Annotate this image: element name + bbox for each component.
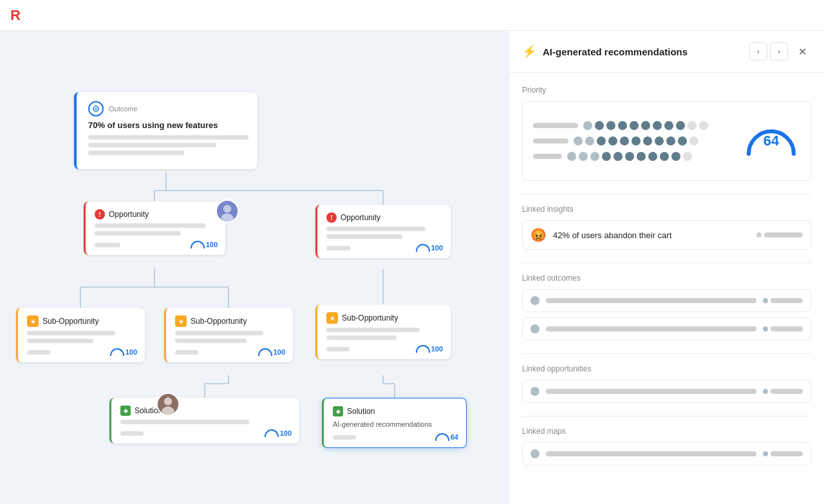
svg-point-22 <box>221 214 234 223</box>
svg-point-19 <box>95 108 97 110</box>
dots-row-1 <box>583 121 708 130</box>
linked-outcome-circle-2 <box>530 324 539 333</box>
star-icon-1: ★ <box>27 315 39 327</box>
priority-row-1 <box>533 121 735 130</box>
insight-emoji-icon: 😡 <box>530 227 547 243</box>
linked-outcome-circle-1 <box>530 296 539 305</box>
linked-opportunity-bar-1 <box>546 389 756 394</box>
priority-bar-label-2 <box>533 138 568 144</box>
sol-icon-right: ◆ <box>333 406 343 416</box>
linked-outcome-1[interactable] <box>522 289 811 312</box>
sub-opp-2-label: Sub-Opportunity <box>191 317 247 326</box>
sol-icon-left: ◆ <box>120 406 131 416</box>
outcome-title: 70% of users using new features <box>88 120 248 130</box>
opp-left-score: 100 <box>191 241 218 248</box>
priority-bar-label-3 <box>533 154 562 159</box>
linked-opportunities-label: Linked opportunities <box>522 364 811 373</box>
opportunity-node-right[interactable]: ! Opportunity 100 <box>315 205 451 258</box>
linked-outcome-bar-1 <box>546 298 756 303</box>
sub-opportunity-node-2[interactable]: ★ Sub-Opportunity 100 <box>164 308 293 362</box>
dots-row-3 <box>567 152 692 161</box>
priority-bar-label-1 <box>533 123 578 128</box>
linked-map-tag-1 <box>763 451 803 456</box>
avatar-male <box>156 393 180 416</box>
linked-opportunity-tag-1 <box>763 389 803 394</box>
solution-node-right[interactable]: ◆ Solution AI-generated recommendations … <box>322 398 467 448</box>
insight-text: 42% of users abandon their cart <box>553 230 750 240</box>
sub-opp-3-score: 100 <box>416 345 443 353</box>
dots-row-2 <box>574 136 698 145</box>
sol-right-subtitle: AI-generated recommendations <box>333 420 458 428</box>
sol-right-score: 64 <box>435 433 458 441</box>
insight-row[interactable]: 😡 42% of users abandon their cart <box>522 220 811 250</box>
priority-label: Priority <box>522 86 811 95</box>
linked-opportunities-section: Linked opportunities <box>522 353 811 403</box>
svg-point-24 <box>164 397 172 405</box>
panel-next-btn[interactable]: › <box>770 42 788 61</box>
sub-opportunity-node-1[interactable]: ★ Sub-Opportunity 100 <box>16 308 145 362</box>
priority-gauge: 64 <box>742 112 800 170</box>
priority-box: 64 <box>522 101 811 181</box>
linked-map-circle-1 <box>530 449 539 458</box>
linked-opportunity-1[interactable] <box>522 380 811 403</box>
linked-outcome-tag-1 <box>763 298 803 303</box>
opp-right-label: Opportunity <box>341 213 380 222</box>
linked-opportunity-circle-1 <box>530 387 539 396</box>
star-icon-3: ★ <box>326 312 338 324</box>
panel-title: AI-generated recommendations <box>543 46 749 57</box>
star-icon-2: ★ <box>175 315 187 327</box>
panel-prev-btn[interactable]: ‹ <box>749 42 767 61</box>
insight-tags <box>756 232 803 238</box>
linked-outcome-bar-2 <box>546 326 756 331</box>
avatar-female <box>216 200 239 223</box>
canvas-area: Outcome 70% of users using new features … <box>0 31 509 504</box>
app-logo: R <box>10 7 21 24</box>
linked-maps-label: Linked maps <box>522 427 811 436</box>
panel-close-btn[interactable]: ✕ <box>793 42 811 61</box>
linked-outcomes-section: Linked outcomes <box>522 263 811 341</box>
sub-opp-1-score: 100 <box>110 348 137 356</box>
sub-opp-1-label: Sub-Opportunity <box>42 317 98 326</box>
gauge-number: 64 <box>763 133 779 149</box>
linked-outcome-tag-2 <box>763 326 803 331</box>
panel-nav: ‹ › <box>749 42 788 61</box>
sub-opp-2-score: 100 <box>258 348 285 356</box>
outcome-label: Outcome <box>109 105 138 113</box>
sub-opportunity-node-3[interactable]: ★ Sub-Opportunity 100 <box>315 304 451 359</box>
svg-point-25 <box>162 407 174 416</box>
error-icon-right: ! <box>326 212 337 223</box>
linked-outcomes-label: Linked outcomes <box>522 274 811 283</box>
panel-body: Priority <box>509 73 824 478</box>
opportunity-node-left[interactable]: ! Opportunity 100 <box>84 201 225 255</box>
error-icon-left: ! <box>95 209 105 219</box>
outcome-node[interactable]: Outcome 70% of users using new features <box>74 92 258 169</box>
sol-left-score: 100 <box>265 429 292 437</box>
main-layout: Outcome 70% of users using new features … <box>0 31 824 504</box>
outcome-icon <box>88 101 104 117</box>
opp-left-label: Opportunity <box>109 210 149 219</box>
panel-icon: ⚡ <box>522 44 536 59</box>
top-bar: R <box>0 0 824 31</box>
right-panel: ⚡ AI-generated recommendations ‹ › ✕ Pri… <box>509 31 824 504</box>
opp-right-score: 100 <box>416 244 443 252</box>
linked-map-bar-1 <box>546 451 756 456</box>
solution-node-left[interactable]: ◆ Solution 100 <box>109 398 299 443</box>
sol-right-label: Solution <box>347 407 375 416</box>
svg-point-21 <box>223 205 231 212</box>
linked-map-1[interactable] <box>522 442 811 465</box>
sub-opp-3-label: Sub-Opportunity <box>342 313 398 322</box>
linked-insights-label: Linked insights <box>522 205 811 214</box>
panel-header: ⚡ AI-generated recommendations ‹ › ✕ <box>509 31 824 73</box>
priority-section: Priority <box>522 86 811 181</box>
priority-rows <box>533 121 735 161</box>
priority-row-3 <box>533 152 735 161</box>
priority-row-2 <box>533 136 735 145</box>
linked-outcome-2[interactable] <box>522 317 811 341</box>
linked-maps-section: Linked maps <box>522 416 811 465</box>
linked-insights-section: Linked insights 😡 42% of users abandon t… <box>522 194 811 250</box>
